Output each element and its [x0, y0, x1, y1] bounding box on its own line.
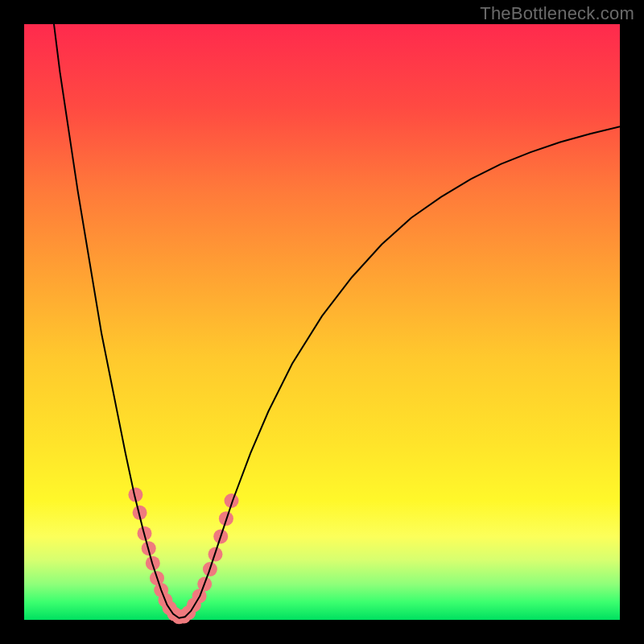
- chart-svg: [24, 24, 620, 620]
- watermark-text: TheBottleneck.com: [480, 3, 634, 24]
- chart-plot-area: [24, 24, 620, 620]
- scatter-group: [128, 488, 238, 625]
- chart-frame: TheBottleneck.com: [0, 0, 644, 644]
